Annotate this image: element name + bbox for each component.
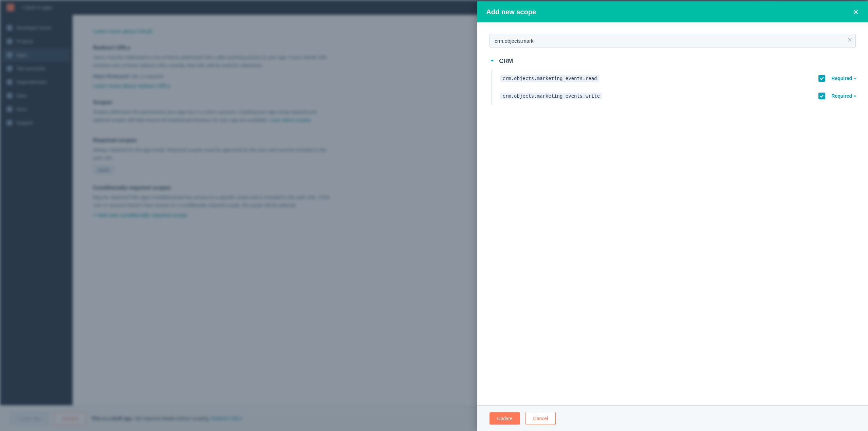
- add-scope-panel: Add new scope CRM crm.objects.marketing_…: [477, 1, 868, 431]
- cancel-button[interactable]: Cancel: [525, 412, 556, 425]
- scope-name: crm.objects.marketing_events.read: [500, 75, 599, 82]
- scope-search-input[interactable]: [490, 34, 856, 47]
- scope-checkbox[interactable]: [818, 93, 825, 99]
- scope-requirement-dropdown[interactable]: Required ▾: [831, 93, 856, 99]
- caret-down-icon: ▾: [854, 77, 856, 80]
- scope-list: crm.objects.marketing_events.read Requir…: [492, 70, 856, 105]
- group-title: CRM: [499, 58, 513, 65]
- scope-requirement-dropdown[interactable]: Required ▾: [831, 76, 856, 81]
- scope-name: crm.objects.marketing_events.write: [500, 93, 602, 99]
- panel-header: Add new scope: [477, 1, 868, 22]
- scope-row: crm.objects.marketing_events.write Requi…: [500, 87, 856, 105]
- chevron-down-icon: [490, 58, 495, 65]
- search-wrap: [490, 34, 856, 47]
- panel-footer: Update Cancel: [477, 405, 868, 431]
- scope-row: crm.objects.marketing_events.read Requir…: [500, 70, 856, 87]
- requirement-label: Required: [831, 76, 852, 81]
- panel-title: Add new scope: [486, 8, 536, 16]
- update-button[interactable]: Update: [490, 412, 520, 425]
- scope-checkbox[interactable]: [818, 75, 825, 82]
- clear-search-button[interactable]: [847, 37, 852, 44]
- scope-group-header[interactable]: CRM: [490, 58, 856, 65]
- close-button[interactable]: [852, 8, 859, 15]
- caret-down-icon: ▾: [854, 94, 856, 98]
- requirement-label: Required: [831, 93, 852, 99]
- panel-body: CRM crm.objects.marketing_events.read Re…: [477, 22, 868, 405]
